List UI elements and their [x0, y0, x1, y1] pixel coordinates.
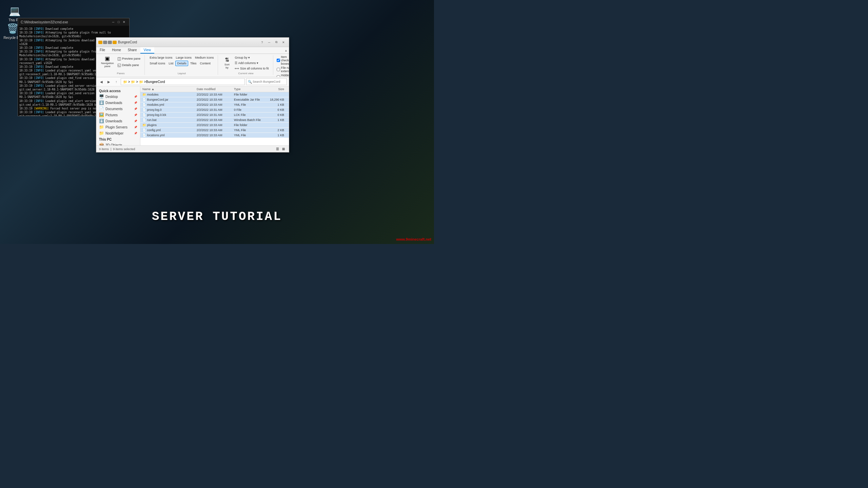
table-row[interactable]: 📄 proxy.log.0.lck 2/2/2022 10:31 AM LCK …: [140, 113, 289, 118]
layout-row-1: Extra large icons Large icons Medium ico…: [148, 55, 215, 60]
hidden-items-option[interactable]: Hidden items: [277, 74, 289, 77]
noobhelper-icon: 📁: [99, 131, 104, 136]
forward-button[interactable]: ▶: [106, 79, 112, 85]
sidebar-item-label-documents: Documents: [105, 107, 123, 111]
desktop: 💻 This PC 🗑️ Recycle Bin C:\Windows\syst…: [0, 0, 434, 244]
nav-pane-icon: ▣: [105, 56, 110, 61]
tab-file[interactable]: File: [96, 47, 108, 54]
sidebar-item-label-downloads2: Downloads: [105, 119, 122, 123]
col-header-date[interactable]: Date modified: [195, 87, 232, 91]
title-dot-3: [108, 41, 112, 44]
add-columns-button[interactable]: ☰ Add columns ▾: [233, 61, 270, 65]
size-all-columns-button[interactable]: ⟺ Size all columns to fit: [233, 66, 270, 71]
sidebar-item-noobhelper[interactable]: 📁 NoobHelper 📌: [96, 130, 140, 136]
preview-pane-button[interactable]: ◫ Preview pane: [116, 56, 142, 62]
up-button[interactable]: ↑: [113, 79, 119, 85]
file-type-4: LCK File: [232, 113, 266, 117]
tab-share[interactable]: Share: [124, 47, 140, 54]
file-name-extensions-option[interactable]: File name extensions: [277, 66, 289, 73]
show-hide-checkboxes: Item check boxes File name extensions Hi…: [277, 55, 289, 77]
col-header-type[interactable]: Type: [232, 87, 266, 91]
explorer-restore-button[interactable]: ⧉: [273, 39, 280, 45]
table-row[interactable]: 📄 config.yml 2/2/2022 10:33 AM YML File …: [140, 128, 289, 133]
table-row[interactable]: 📄 modules.yml 2/2/2022 10:33 AM YML File…: [140, 102, 289, 107]
table-row[interactable]: 📄 proxy.log.0 2/2/2022 10:31 AM 0 File 0…: [140, 107, 289, 113]
navigation-pane-button[interactable]: ▣ Navigationpane: [100, 55, 115, 68]
large-view-button[interactable]: ⊞: [281, 146, 286, 152]
col-header-name[interactable]: Name ▲: [140, 87, 195, 91]
cmd-minimize-button[interactable]: ─: [111, 20, 116, 24]
content-button[interactable]: Content: [199, 61, 212, 66]
mc-overlay: SERVER TUTORIAL: [152, 210, 282, 224]
plugin-servers-icon: 📁: [99, 125, 104, 129]
details-pane-button[interactable]: ◱ Details pane: [116, 62, 142, 68]
file-name-8: 📄 locations.yml: [140, 134, 195, 137]
file-name-4: 📄 proxy.log.0.lck: [140, 113, 195, 117]
title-folder-icons: [98, 41, 117, 44]
list-button[interactable]: List: [167, 61, 175, 66]
sidebar-item-3d-objects[interactable]: 📦 3D Objects: [96, 142, 140, 145]
sidebar-item-pictures[interactable]: 🖼️ Pictures 📌: [96, 112, 140, 118]
file-size-7: 2 KB: [266, 128, 286, 132]
table-row[interactable]: 📁 plugins 2/2/2022 10:33 AM File folder: [140, 123, 289, 128]
large-icons-button[interactable]: Large icons: [174, 55, 193, 60]
ribbon-collapse-button[interactable]: ▲: [284, 49, 288, 52]
preview-pane-icon: ◫: [117, 56, 121, 61]
sidebar-item-label-pictures: Pictures: [105, 113, 118, 117]
file-date-2: 2/2/2022 10:33 AM: [195, 103, 232, 106]
file-name-0: 📁 modules: [140, 93, 195, 96]
file-date-3: 2/2/2022 10:31 AM: [195, 108, 232, 111]
file-date-8: 2/2/2022 10:33 AM: [195, 134, 232, 137]
table-row[interactable]: 📄 locations.yml 2/2/2022 10:33 AM YML Fi…: [140, 133, 289, 138]
downloads2-icon: ⬇️: [99, 119, 104, 123]
explorer-minimize-button[interactable]: ─: [266, 39, 273, 45]
sidebar-item-documents[interactable]: 📄 Documents 📌: [96, 106, 140, 112]
explorer-help-button[interactable]: ?: [259, 39, 265, 45]
sidebar-item-plugin-servers[interactable]: 📁 Plugin Servers 📌: [96, 124, 140, 130]
file-type-2: YML File: [232, 103, 266, 106]
col-header-size[interactable]: Size: [266, 87, 286, 91]
table-row[interactable]: 📄 BungeeCord.jar 2/2/2022 10:33 AM Execu…: [140, 97, 289, 102]
file-size-5: 1 KB: [266, 118, 286, 122]
explorer-title-text: BungeeCord: [118, 40, 137, 44]
tiles-button[interactable]: Tiles: [189, 61, 198, 66]
file-rows-container: 📁 modules 2/2/2022 10:33 AM File folder …: [140, 92, 289, 138]
group-by-label: Group by ▾: [235, 56, 250, 59]
sidebar-section-quick-access: Quick access: [96, 88, 140, 94]
current-view-group-label: Current view: [238, 72, 254, 75]
tab-view[interactable]: View: [140, 47, 155, 54]
pictures-icon: 🖼️: [99, 113, 104, 117]
file-type-6: File folder: [232, 123, 266, 127]
sidebar-item-desktop[interactable]: 🖥️ Desktop 📌: [96, 94, 140, 100]
table-row[interactable]: 📄 run.bat 2/2/2022 10:33 AM Windows Batc…: [140, 118, 289, 123]
back-button[interactable]: ◀: [98, 79, 104, 85]
item-check-boxes-option[interactable]: Item check boxes: [277, 55, 289, 65]
sidebar-item-downloads2[interactable]: ⬇️ Downloads 📌: [96, 118, 140, 124]
file-date-6: 2/2/2022 10:33 AM: [195, 123, 232, 127]
sidebar-item-downloads[interactable]: ⬇️ Downloads 📌: [96, 100, 140, 106]
explorer-close-button[interactable]: ✕: [280, 39, 287, 45]
cmd-close-button[interactable]: ✕: [122, 20, 126, 24]
sidebar: Quick access🖥️ Desktop 📌⬇️ Downloads 📌📄 …: [96, 86, 140, 145]
details-view-button[interactable]: ☰: [275, 146, 280, 152]
search-input[interactable]: [253, 80, 283, 83]
hidden-items-checkbox[interactable]: [277, 75, 280, 77]
small-icons-button[interactable]: Small icons: [148, 61, 166, 66]
sort-by-button[interactable]: ⇅ Sortby: [221, 57, 232, 70]
show-hide-content: Item check boxes File name extensions Hi…: [277, 55, 289, 77]
ribbon-group-show-hide: Item check boxes File name extensions Hi…: [275, 55, 289, 75]
item-check-boxes-label: Item check boxes: [281, 55, 289, 65]
layout-group-label: Layout: [178, 72, 186, 75]
details-button[interactable]: Details: [175, 61, 188, 66]
cmd-title: C:\Windows\system32\cmd.exe: [21, 20, 68, 24]
medium-icons-button[interactable]: Medium icons: [194, 55, 215, 60]
cmd-maximize-button[interactable]: □: [116, 20, 121, 24]
file-name-extensions-checkbox[interactable]: [277, 68, 280, 71]
tab-home[interactable]: Home: [108, 47, 124, 54]
address-path[interactable]: 📁 > 📁 > 📁 > BungeeCord: [121, 78, 245, 85]
extra-large-icons-button[interactable]: Extra large icons: [148, 55, 174, 60]
group-by-button[interactable]: Group by ▾: [233, 55, 270, 60]
table-row[interactable]: 📁 modules 2/2/2022 10:33 AM File folder: [140, 92, 289, 97]
item-check-boxes-checkbox[interactable]: [277, 59, 280, 62]
file-name-5: 📄 run.bat: [140, 118, 195, 122]
